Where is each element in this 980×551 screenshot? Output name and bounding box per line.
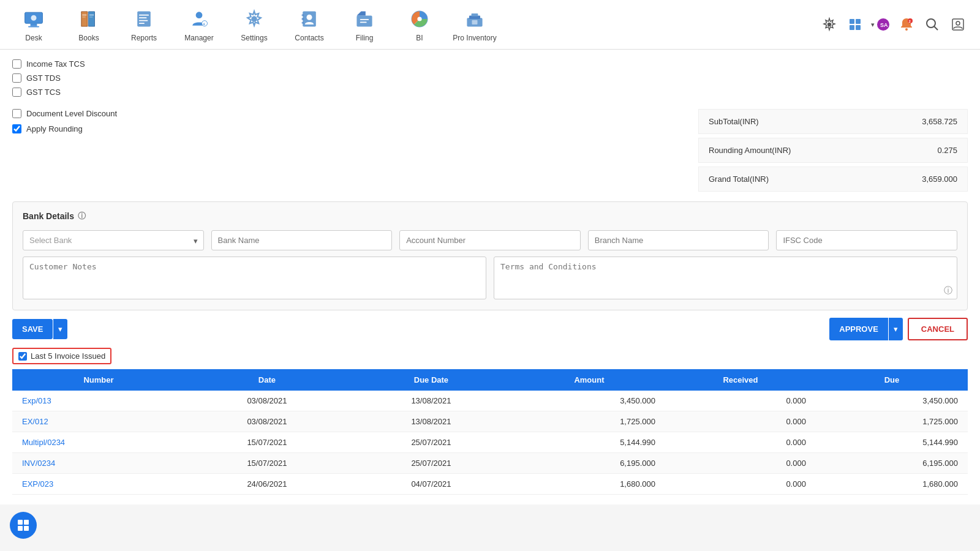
nav-books-label: Books [78,34,99,42]
grand-total-value: 3,659.000 [922,174,957,184]
invoice-due-date-cell: 13/08/2021 [349,411,513,432]
col-due-date: Due Date [349,369,513,391]
terms-conditions-input[interactable] [494,257,957,299]
svg-rect-24 [301,15,304,16]
bank-details-info-icon: ⓘ [78,211,86,222]
settings-nav-icon [242,7,266,31]
invoice-amount-cell: 6,195.000 [513,453,665,474]
gst-tcs-checkbox[interactable] [12,88,21,97]
invoice-number-cell[interactable]: INV/0234 [12,453,185,474]
invoice-number-cell[interactable]: EXP/023 [12,474,185,495]
grid-icon[interactable] [845,15,865,34]
nav-desk[interactable]: Desk [6,2,61,47]
invoice-due-date-cell: 25/07/2021 [349,453,513,474]
last5-invoice-checkbox-label[interactable]: Last 5 Invoice Issued [12,348,111,364]
table-row: EX/012 03/08/2021 13/08/2021 1,725.000 0… [12,411,968,432]
rounding-value: 0.275 [937,146,957,155]
table-row: INV/0234 15/07/2021 25/07/2021 6,195.000… [12,453,968,474]
nav-filing[interactable]: Filing [337,2,392,47]
save-dropdown-button[interactable]: ▾ [53,319,67,339]
action-row: SAVE ▾ APPROVE ▾ CANCEL [12,318,968,340]
nav-filing-label: Filing [356,34,374,42]
svg-text:SA: SA [880,22,888,28]
svg-rect-9 [82,17,85,17]
books-icon [77,7,101,31]
apply-rounding-label: Apply Rounding [26,124,83,133]
svg-rect-51 [18,520,23,525]
subtotal-label: SubTotal(INR) [709,117,759,126]
bank-details-title: Bank Details [23,211,74,221]
svg-rect-7 [89,12,94,26]
contacts-icon [297,7,322,31]
invoice-due-cell: 1,680.000 [816,474,968,495]
ifsc-code-input[interactable] [776,230,957,250]
invoice-number-cell[interactable]: EX/012 [12,411,185,432]
notification-icon[interactable]: 2 [897,15,916,34]
select-bank-dropdown[interactable]: Select Bank [23,230,204,250]
customer-notes-input[interactable] [23,257,486,299]
apply-rounding-checkbox[interactable] [12,124,21,133]
last5-invoice-checkbox[interactable] [18,352,27,361]
save-button[interactable]: SAVE [12,319,53,339]
svg-point-23 [307,15,312,20]
invoice-amount-cell: 3,450.000 [513,391,665,411]
svg-rect-16 [139,23,145,24]
invoice-amount-cell: 1,680.000 [513,474,665,495]
svg-text:+: + [203,22,205,26]
invoice-due-date-cell: 04/07/2021 [349,474,513,495]
svg-rect-35 [472,20,478,24]
branch-name-input[interactable] [588,230,769,250]
cancel-button[interactable]: CANCEL [908,318,968,340]
gst-tds-checkbox[interactable] [12,73,21,83]
gst-tcs-row: GST TCS [12,88,968,97]
gst-tcs-label: GST TCS [26,88,61,97]
document-level-discount-row: Document Level Discount [12,109,686,118]
svg-rect-2 [28,26,39,28]
svg-rect-54 [24,526,29,531]
approve-button-group: APPROVE ▾ [829,318,903,340]
bank-name-input[interactable] [211,230,393,250]
invoice-number-cell[interactable]: Exp/013 [12,391,185,411]
apply-rounding-row: Apply Rounding [12,124,686,133]
invoice-number-cell[interactable]: Multipl/0234 [12,432,185,453]
settings-icon[interactable] [820,15,839,34]
top-navigation: Desk Books Re [0,0,980,50]
nav-manager-label: Manager [184,34,213,42]
user-dropdown[interactable]: ▾ SA [871,15,891,34]
invoice-amount-cell: 1,725.000 [513,411,665,432]
invoice-due-date-cell: 25/07/2021 [349,432,513,453]
nav-pro-inventory[interactable]: Pro Inventory [447,2,502,47]
svg-rect-40 [850,25,854,30]
income-tax-tcs-checkbox[interactable] [12,59,21,69]
svg-rect-1 [31,23,37,26]
branch-name-field [588,230,769,250]
nav-bi[interactable]: BI [392,2,447,47]
main-content: Income Tax TCS GST TDS GST TCS Document … [0,50,980,504]
grid-widget[interactable] [10,512,37,539]
nav-settings[interactable]: Settings [227,2,282,47]
subtotal-row: SubTotal(INR) 3,658.725 [698,109,968,134]
svg-rect-5 [81,12,87,26]
profile-icon[interactable] [948,15,968,34]
svg-point-31 [417,17,421,21]
gst-tds-label: GST TDS [26,73,61,83]
bank-details-section: Bank Details ⓘ Select Bank [12,201,968,310]
nav-contacts[interactable]: Contacts [282,2,337,47]
bi-icon [407,7,432,31]
nav-manager[interactable]: + Manager [172,2,227,47]
select-bank-field: Select Bank [23,230,204,250]
filing-icon [352,7,377,31]
approve-button[interactable]: APPROVE [829,318,888,340]
nav-right-actions: ▾ SA 2 [820,15,974,34]
svg-rect-15 [139,20,148,21]
nav-reports[interactable]: Reports [116,2,172,47]
account-number-input[interactable] [399,230,581,250]
invoice-due-date-cell: 13/08/2021 [349,391,513,411]
income-tax-tcs-label: Income Tax TCS [26,59,85,69]
nav-books[interactable]: Books [61,2,116,47]
invoice-date-cell: 15/07/2021 [185,432,349,453]
document-level-discount-checkbox[interactable] [12,109,21,118]
terms-info-icon: ⓘ [944,285,952,296]
search-icon[interactable] [922,15,942,34]
approve-dropdown-button[interactable]: ▾ [888,318,903,340]
